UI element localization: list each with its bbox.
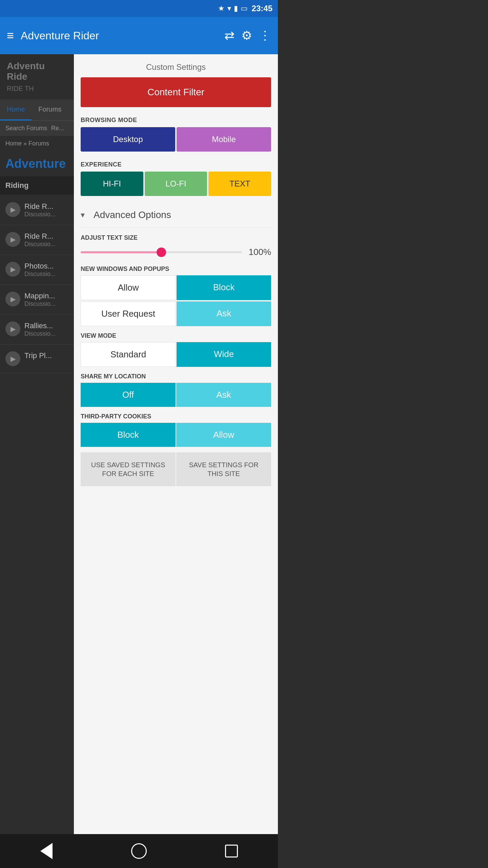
bg-tabs: Home Forums xyxy=(0,99,75,121)
signal-icon: ▮ xyxy=(234,4,238,13)
hifi-button[interactable]: HI-FI xyxy=(81,172,143,196)
battery-icon: ▭ xyxy=(241,4,248,13)
item-title-6: Trip Pl... xyxy=(24,351,69,360)
slider-value: 100% xyxy=(247,247,271,257)
third-party-cookies-buttons: Block Allow xyxy=(81,423,271,447)
advanced-options-label: Advanced Options xyxy=(94,210,171,220)
block-button[interactable]: Block xyxy=(177,275,271,300)
bg-header-text: AdventuRide xyxy=(7,61,68,82)
item-title-2: Ride R... xyxy=(24,232,69,241)
bottom-action-buttons: USE SAVED SETTINGS FOR EACH SITE SAVE SE… xyxy=(81,452,271,486)
advanced-options-toggle[interactable]: ▾ Advanced Options xyxy=(74,203,278,227)
menu-icon[interactable]: ≡ xyxy=(7,28,14,43)
list-item: ▶ Photos... Discussio... xyxy=(0,255,75,285)
text-size-slider[interactable] xyxy=(81,251,242,253)
third-party-cookies-label: THIRD-PARTY COOKIES xyxy=(74,408,278,423)
background-content: AdventuRide RIDE TH Home Forums Search F… xyxy=(0,54,75,834)
content-filter-button[interactable]: Content Filter xyxy=(81,77,271,107)
settings-panel: Custom Settings Content Filter BROWSING … xyxy=(74,54,278,868)
use-saved-settings-button[interactable]: USE SAVED SETTINGS FOR EACH SITE xyxy=(81,452,176,486)
new-windows-label: NEW WINDOWS AND POPUPS xyxy=(74,261,278,275)
browsing-mode-label: BROWSING MODE xyxy=(74,114,278,127)
experience-buttons: HI-FI LO-FI TEXT xyxy=(81,172,271,196)
arrow-icon-6: ▶ xyxy=(5,351,20,366)
recent-icon xyxy=(225,845,238,857)
arrow-icon-4: ▶ xyxy=(5,292,20,307)
standard-button[interactable]: Standard xyxy=(81,342,176,367)
bg-riding-section: Riding xyxy=(0,176,75,195)
arrow-icon-1: ▶ xyxy=(5,202,20,217)
ask-button-location[interactable]: Ask xyxy=(176,383,271,407)
browsing-mode-buttons: Desktop Mobile xyxy=(81,127,271,152)
item-sub-3: Discussio... xyxy=(24,271,69,278)
save-settings-button[interactable]: SAVE SETTINGS FOR THIS SITE xyxy=(176,452,271,486)
more-icon[interactable]: ⋮ xyxy=(259,28,271,43)
item-sub-2: Discussio... xyxy=(24,241,69,248)
bg-search-forums: Search Forums xyxy=(5,125,47,132)
settings-title: Custom Settings xyxy=(74,54,278,77)
settings-icon[interactable]: ⚙ xyxy=(241,28,252,43)
item-sub-4: Discussio... xyxy=(24,300,69,308)
back-button[interactable] xyxy=(36,841,57,861)
bg-sub-text: RIDE TH xyxy=(7,85,68,93)
home-icon xyxy=(131,843,147,859)
bottom-nav xyxy=(0,834,278,868)
item-title-5: Rallies... xyxy=(24,321,69,330)
allow-button[interactable]: Allow xyxy=(81,275,176,300)
list-item: ▶ Rallies... Discussio... xyxy=(0,315,75,344)
wifi-icon: ▾ xyxy=(227,4,231,13)
slider-thumb xyxy=(157,248,166,257)
sync-icon[interactable]: ⇄ xyxy=(224,28,235,43)
slider-track xyxy=(81,251,242,253)
bg-tab-home: Home xyxy=(0,99,32,120)
item-title-3: Photos... xyxy=(24,262,69,271)
slider-fill xyxy=(81,251,161,253)
slider-row: 100% xyxy=(81,247,271,257)
mobile-button[interactable]: Mobile xyxy=(177,127,271,152)
arrow-icon-2: ▶ xyxy=(5,232,20,247)
item-sub-5: Discussio... xyxy=(24,330,69,337)
list-item: ▶ Mappin... Discussio... xyxy=(0,285,75,315)
view-mode-buttons: Standard Wide xyxy=(81,342,271,367)
bg-re: Re... xyxy=(51,125,64,132)
back-icon xyxy=(40,843,53,859)
arrow-icon-3: ▶ xyxy=(5,262,20,277)
share-location-buttons: Off Ask xyxy=(81,383,271,407)
app-bar: ≡ Adventure Rider ⇄ ⚙ ⋮ xyxy=(0,17,278,54)
status-bar: ★ ▾ ▮ ▭ 23:45 xyxy=(0,0,278,17)
new-windows-row2: User Request Ask xyxy=(81,301,271,326)
share-location-label: SHARE MY LOCATION xyxy=(74,368,278,383)
bluetooth-icon: ★ xyxy=(218,4,225,13)
adjust-text-size-label: ADJUST TEXT SIZE xyxy=(81,234,271,241)
desktop-button[interactable]: Desktop xyxy=(81,127,175,152)
list-item: ▶ Ride R... Discussio... xyxy=(0,195,75,225)
app-title: Adventure Rider xyxy=(21,29,218,42)
text-size-section: ADJUST TEXT SIZE 100% xyxy=(74,228,278,261)
bg-riding-title: Riding xyxy=(5,181,28,190)
list-item: ▶ Trip Pl... xyxy=(0,344,75,373)
bg-breadcrumb: Home » Forums xyxy=(0,136,75,151)
bg-sub-nav: Search Forums Re... xyxy=(0,121,75,136)
bg-header: AdventuRide RIDE TH xyxy=(0,54,75,99)
item-sub-1: Discussio... xyxy=(24,211,69,218)
new-windows-row1: Allow Block xyxy=(81,275,271,300)
experience-label: EXPERIENCE xyxy=(74,158,278,172)
status-time: 23:45 xyxy=(252,4,272,13)
off-button[interactable]: Off xyxy=(81,383,176,407)
bg-article-title: Adventure xyxy=(0,151,75,176)
wide-button[interactable]: Wide xyxy=(177,342,271,367)
arrow-icon-5: ▶ xyxy=(5,321,20,336)
ask-button-popups[interactable]: Ask xyxy=(177,301,271,326)
home-button[interactable] xyxy=(129,841,149,861)
user-request-button[interactable]: User Request xyxy=(81,301,176,326)
allow-cookies-button[interactable]: Allow xyxy=(176,423,271,447)
status-icons: ★ ▾ ▮ ▭ xyxy=(218,4,248,13)
list-item: ▶ Ride R... Discussio... xyxy=(0,225,75,255)
lofi-button[interactable]: LO-FI xyxy=(145,172,207,196)
item-title-4: Mappin... xyxy=(24,292,69,300)
block-cookies-button[interactable]: Block xyxy=(81,423,176,447)
chevron-down-icon: ▾ xyxy=(81,210,90,220)
item-title-1: Ride R... xyxy=(24,202,69,211)
recent-apps-button[interactable] xyxy=(221,841,242,861)
text-button[interactable]: TEXT xyxy=(208,172,271,196)
